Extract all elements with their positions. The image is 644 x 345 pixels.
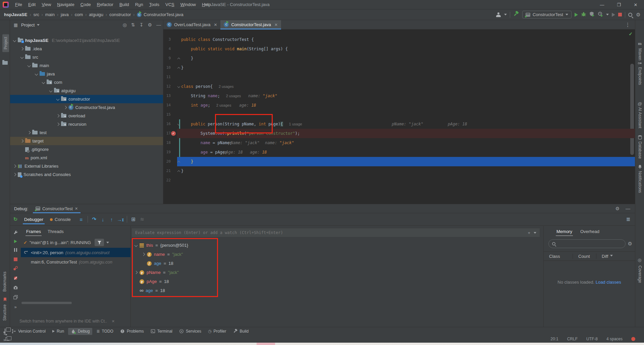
settings-gear-icon[interactable]: ⚙ xyxy=(615,206,620,211)
coverage-icon[interactable]: ◎ xyxy=(638,257,641,263)
usages-hint[interactable]: 1 usage xyxy=(289,122,302,126)
tab-console[interactable]: Console xyxy=(47,215,74,224)
search-icon[interactable] xyxy=(628,13,632,17)
line-number[interactable]: 9 xyxy=(163,54,171,63)
line-separator[interactable]: CRLF xyxy=(567,337,578,341)
chevron-expanded-icon[interactable] xyxy=(56,98,60,101)
close-icon[interactable]: ✕ xyxy=(214,22,217,27)
tree-item-constructor[interactable]: constructor xyxy=(10,95,163,103)
breadcrumb-item[interactable]: atguigu xyxy=(89,12,103,17)
chevron-collapsed-icon[interactable] xyxy=(20,139,23,143)
scroll-from-source-icon[interactable]: ⇅ xyxy=(131,22,135,27)
tab-memory[interactable]: Memory xyxy=(553,227,576,236)
line-number[interactable]: 3 xyxy=(163,35,171,44)
breakpoint-icon[interactable]: ✓ xyxy=(171,131,176,136)
chevron-collapsed-icon[interactable] xyxy=(56,114,60,118)
close-icon[interactable]: ✕ xyxy=(112,319,115,324)
settings-gear-icon[interactable]: ⚙ xyxy=(628,241,632,247)
debug-session-tab[interactable]: ConstructorTest ✕ xyxy=(33,204,80,213)
layout-icon[interactable]: ≡ xyxy=(77,215,86,223)
chevron-collapsed-icon[interactable] xyxy=(63,106,67,109)
fold-marker-icon[interactable] xyxy=(177,123,180,125)
stripe-button-notifications[interactable]: Notifications xyxy=(638,171,642,193)
usages-hint[interactable]: 2 usages xyxy=(226,94,241,98)
chevron-expanded-icon[interactable] xyxy=(13,39,16,42)
menu-navigate[interactable]: Navigate xyxy=(54,0,77,9)
menu-build[interactable]: Build xyxy=(116,0,132,9)
chevron-expanded-icon[interactable] xyxy=(20,56,23,59)
mute-breakpoints-icon[interactable] xyxy=(13,276,18,281)
tree-item-pom-xml[interactable]: mpom.xml xyxy=(10,154,163,162)
line-number[interactable]: 4 xyxy=(163,44,171,54)
stripe-button-bookmarks[interactable]: Bookmarks xyxy=(2,272,7,292)
memory-column-count[interactable]: Count xyxy=(573,254,596,259)
notification-indicator[interactable] xyxy=(631,337,635,341)
debug-button[interactable] xyxy=(581,11,586,18)
tree-item-test[interactable]: test xyxy=(10,128,163,137)
line-number[interactable]: 11 xyxy=(163,72,171,82)
tree-item-overload[interactable]: overload xyxy=(10,112,163,120)
line-number[interactable]: 16 xyxy=(163,119,171,129)
chevron-down-icon[interactable] xyxy=(106,242,109,245)
tree-item-recursion[interactable]: recursion xyxy=(10,120,163,128)
fold-marker-icon[interactable] xyxy=(177,85,180,88)
file-encoding[interactable]: UTF-8 xyxy=(586,337,598,341)
breadcrumb-item[interactable]: hspJavaSE xyxy=(4,12,27,17)
tree-item-hspjavase[interactable]: hspJavaSEE:\workplace01\javaSE\hspJavaSE xyxy=(10,36,163,45)
locate-file-icon[interactable]: ◎ xyxy=(123,22,127,27)
chevron-collapsed-icon[interactable] xyxy=(28,131,31,134)
tab-frames[interactable]: Frames xyxy=(23,227,44,236)
menu-view[interactable]: View xyxy=(39,0,54,9)
toolwindow-button-profiler[interactable]: ◷Profiler xyxy=(205,328,229,335)
view-breakpoints-icon[interactable] xyxy=(13,266,18,271)
memory-column-class[interactable]: Class xyxy=(544,254,573,259)
menu-run[interactable]: Run xyxy=(132,0,146,9)
stripe-button-endpoints[interactable]: Endpoints xyxy=(638,67,642,85)
chevron-collapsed-icon[interactable] xyxy=(56,123,60,126)
frames-scrollbar[interactable] xyxy=(21,302,72,304)
profiler-button[interactable] xyxy=(598,11,603,18)
add-watch-icon[interactable]: + xyxy=(528,230,530,235)
step-into-icon[interactable]: ↓ xyxy=(99,215,107,223)
stripe-button-ai-assistant[interactable]: AI Assistant xyxy=(638,107,642,128)
build-hammer-icon[interactable] xyxy=(513,11,519,18)
tab-options-icon[interactable]: ⋮ xyxy=(625,20,635,29)
layout-settings-icon[interactable]: ≣ xyxy=(626,215,635,223)
line-number[interactable]: 13 xyxy=(163,91,171,101)
tree-item-java[interactable]: java xyxy=(10,70,163,78)
breadcrumb-item[interactable]: constructor xyxy=(109,12,131,17)
toolwindow-button-run[interactable]: Run xyxy=(50,328,67,335)
tree-item-constructortest-java[interactable]: CConstructorTest.java xyxy=(10,103,163,112)
caret-position[interactable]: 20:1 xyxy=(550,337,558,341)
toolwindow-button-problems[interactable]: Problems xyxy=(117,328,147,335)
line-number[interactable]: 22 xyxy=(163,176,171,185)
chevron-expanded-icon[interactable] xyxy=(35,72,38,76)
stripe-button-maven[interactable]: Maven xyxy=(638,48,642,60)
close-button[interactable]: ✕ xyxy=(627,0,644,9)
settings-gear-icon[interactable]: ⚙ xyxy=(148,22,152,27)
bookmark-icon[interactable] xyxy=(3,297,7,302)
tree-item--gitignore[interactable]: .gitignore xyxy=(10,145,163,154)
settings-gear-icon[interactable]: ⚙ xyxy=(635,12,641,18)
editor-tab-constructortest-java[interactable]: CConstructorTest.java✕ xyxy=(220,20,281,29)
tree-item--idea[interactable]: .idea xyxy=(10,45,163,53)
load-classes-link[interactable]: Load classes xyxy=(596,280,621,285)
rerun-icon[interactable]: ↻ xyxy=(11,215,20,223)
stripe-button-structure[interactable]: Structure xyxy=(2,304,7,321)
chevron-down-icon[interactable] xyxy=(37,24,40,27)
line-number[interactable]: 20 xyxy=(163,157,171,166)
usages-hint[interactable]: 2 usages xyxy=(219,84,234,89)
menu-edit[interactable]: Edit xyxy=(25,0,39,9)
memory-search-input[interactable] xyxy=(548,239,626,248)
stop-process-icon[interactable] xyxy=(14,257,17,261)
usages-hint[interactable]: 2 usages xyxy=(216,103,231,107)
tree-item-atguigu[interactable]: atguigu xyxy=(10,87,163,95)
tree-item-com[interactable]: com xyxy=(10,78,163,87)
menu-vcs[interactable]: VCS xyxy=(162,0,177,9)
chevron-collapsed-icon[interactable] xyxy=(20,47,23,51)
evaluate-expression-input[interactable]: Evaluate expression (Enter) or add a wat… xyxy=(131,228,540,237)
toolwindow-button-terminal[interactable]: Terminal xyxy=(148,328,175,335)
stripe-button-database[interactable]: Database xyxy=(638,141,642,159)
line-number[interactable]: 15 xyxy=(163,110,171,119)
resume-program-icon[interactable] xyxy=(14,240,17,243)
